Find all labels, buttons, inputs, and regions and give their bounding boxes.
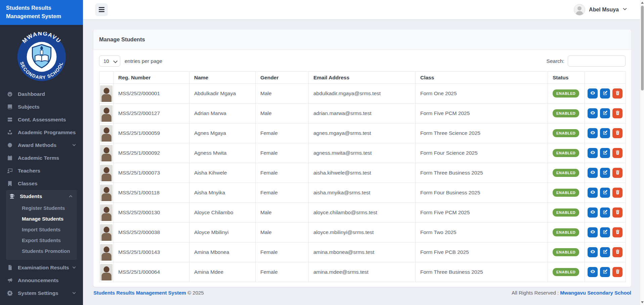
edit-pencil-icon — [603, 209, 608, 216]
cell-reg-number: MSS/25/2/000127 — [114, 104, 189, 123]
sidebar-subitem-label: Import Students — [22, 227, 60, 232]
view-eye-icon — [590, 249, 595, 255]
delete-button[interactable] — [612, 128, 622, 138]
sidebar-item-teachers[interactable]: Teachers — [0, 164, 83, 177]
sidebar-item-subjects[interactable]: Subjects — [0, 101, 83, 113]
edit-button[interactable] — [600, 247, 610, 257]
edit-button[interactable] — [600, 267, 610, 277]
sidebar-subitem-import-students[interactable]: Import Students — [6, 224, 77, 235]
sidebar-item-label: Classes — [18, 181, 38, 187]
delete-button[interactable] — [612, 247, 622, 257]
delete-button[interactable] — [612, 267, 622, 277]
delete-button[interactable] — [612, 148, 622, 158]
sidebar-item-academic-terms[interactable]: Academic Terms — [0, 152, 83, 164]
sidebar-item-system-settings[interactable]: System Settings — [0, 287, 83, 300]
sidebar-item-classes[interactable]: Classes — [0, 177, 83, 190]
cell-gender: Female — [256, 183, 309, 203]
edit-button[interactable] — [600, 227, 610, 237]
sidebar-item-academic-programmes[interactable]: Academic Programmes — [0, 126, 83, 139]
vertical-scrollbar[interactable] — [640, 0, 644, 305]
delete-button[interactable] — [612, 168, 622, 178]
cell-class: Form Four Business 2025 — [416, 183, 548, 203]
cell-status: ENABLED — [548, 143, 585, 163]
cell-actions — [585, 183, 626, 203]
view-button[interactable] — [588, 108, 598, 118]
student-photo — [100, 224, 113, 241]
edit-button[interactable] — [600, 188, 610, 198]
sidebar-subitem-manage-students[interactable]: Manage Students — [6, 214, 77, 224]
sidebar-item-award-methods[interactable]: Award Methods — [0, 139, 83, 152]
footer-school-link[interactable]: Mwangavu Secondary School — [560, 290, 631, 296]
view-button[interactable] — [588, 267, 598, 277]
scrollbar-down-arrow-icon[interactable] — [641, 300, 644, 304]
megaphone-icon — [7, 277, 13, 283]
status-badge: ENABLED — [553, 169, 579, 177]
manage-students-card: Manage Students 10 entries per page Sear… — [93, 30, 631, 287]
sidebar-item-cont-assessments[interactable]: Cont. Assessments — [0, 113, 83, 126]
edit-button[interactable] — [600, 168, 610, 178]
edit-pencil-icon — [603, 110, 608, 116]
view-eye-icon — [590, 170, 595, 176]
edit-button[interactable] — [600, 88, 610, 99]
calendar-icon — [7, 155, 13, 161]
cell-name: Aisha Kihwele — [189, 163, 256, 183]
gauge-icon — [7, 91, 13, 97]
view-button[interactable] — [588, 88, 598, 99]
sidebar-subitem-label: Students Promotion — [22, 248, 70, 254]
search-input[interactable] — [568, 55, 626, 67]
footer-left: Students Results Management System © 202… — [93, 290, 204, 296]
scrollbar-up-arrow-icon[interactable] — [641, 1, 644, 5]
footer-brand-link[interactable]: Students Results Management System — [93, 290, 186, 296]
cell-email: aloyce.mbilinyi@srms.test — [309, 223, 416, 242]
view-eye-icon — [590, 110, 595, 116]
student-photo-cell — [99, 203, 114, 223]
sidebar-item-label: Announcements — [18, 277, 58, 283]
cell-reg-number: MSS/25/1/000064 — [114, 262, 189, 282]
view-button[interactable] — [588, 207, 598, 218]
delete-button[interactable] — [612, 88, 622, 99]
student-photo-cell — [99, 84, 114, 104]
sidebar-item-students[interactable]: Students — [6, 190, 77, 203]
chevron-down-icon — [72, 291, 76, 295]
column-header-reg-number: Reg. Number — [114, 72, 189, 84]
user-menu[interactable]: Abel Msuya — [574, 4, 627, 15]
cell-name: Agness Mwita — [189, 143, 256, 163]
edit-button[interactable] — [600, 207, 610, 218]
cell-name: Amina Mbonea — [189, 242, 256, 262]
table-header-row: Reg. NumberNameGenderEmail AddressClassS… — [99, 72, 626, 84]
delete-button[interactable] — [612, 227, 622, 237]
sidebar-subitem-register-students[interactable]: Register Students — [6, 203, 77, 214]
cell-gender: Male — [256, 223, 309, 242]
edit-button[interactable] — [600, 108, 610, 118]
column-header-gender: Gender — [256, 72, 309, 84]
column-header-status: Status — [548, 72, 585, 84]
edit-button[interactable] — [600, 148, 610, 158]
entries-per-page-select[interactable]: 10 — [99, 55, 120, 67]
view-button[interactable] — [588, 227, 598, 237]
cell-email: aisha.kihwele@srms.test — [309, 163, 416, 183]
view-button[interactable] — [588, 168, 598, 178]
table-row: MSS/25/1/000092Agness MwitaFemaleagness.… — [99, 143, 626, 163]
view-button[interactable] — [588, 148, 598, 158]
cell-actions — [585, 143, 626, 163]
view-eye-icon — [590, 130, 595, 136]
hamburger-icon — [99, 7, 104, 8]
view-button[interactable] — [588, 128, 598, 138]
view-button[interactable] — [588, 188, 598, 198]
sidebar-item-examination-results[interactable]: Examination Results — [0, 261, 83, 274]
sidebar-item-dashboard[interactable]: Dashboard — [0, 88, 83, 101]
delete-button[interactable] — [612, 188, 622, 198]
delete-button[interactable] — [612, 207, 622, 218]
edit-button[interactable] — [600, 128, 610, 138]
teacher-icon — [7, 168, 13, 174]
student-photo — [100, 204, 113, 221]
sidebar-toggle-button[interactable] — [95, 3, 108, 16]
sidebar-subitem-export-students[interactable]: Export Students — [6, 235, 77, 246]
cell-name: Amina Mdee — [189, 262, 256, 282]
sidebar-subitem-students-promotion[interactable]: Students Promotion — [6, 246, 77, 257]
view-button[interactable] — [588, 247, 598, 257]
sidebar-item-announcements[interactable]: Announcements — [0, 274, 83, 287]
app-title: Students Results Management System — [0, 0, 83, 25]
scrollbar-thumb[interactable] — [641, 6, 644, 90]
delete-button[interactable] — [612, 108, 622, 118]
